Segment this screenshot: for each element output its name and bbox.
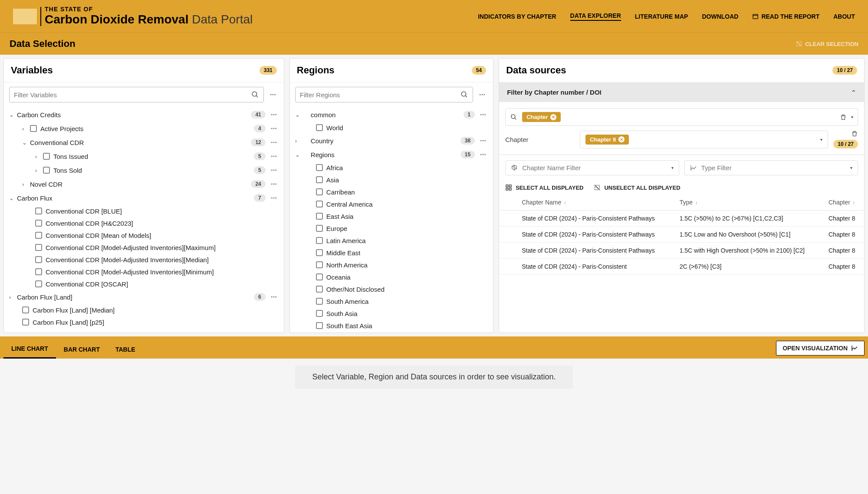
select-all-button[interactable]: SELECT ALL DISPLAYED: [505, 184, 583, 191]
row-more[interactable]: ⋯: [478, 149, 489, 160]
nav-about[interactable]: ABOUT: [833, 13, 855, 20]
tree-item[interactable]: Conventional CDR [Mean of Models]: [4, 229, 284, 241]
variables-search[interactable]: [9, 87, 264, 102]
chevron-down-icon[interactable]: ⌄: [295, 151, 303, 158]
row-more[interactable]: ⋯: [269, 123, 279, 134]
tree-item[interactable]: Middle East: [290, 247, 493, 259]
table-row[interactable]: State of CDR (2024) - Paris-Consistent P…: [499, 227, 864, 243]
table-row[interactable]: State of CDR (2024) - Paris-Consistent P…: [499, 211, 864, 227]
checkbox[interactable]: [30, 125, 37, 132]
logo[interactable]: THE STATE OF Carbon Dioxide Removal Data…: [13, 6, 253, 26]
tree-item[interactable]: Central America: [290, 198, 493, 210]
chevron-right-icon[interactable]: ›: [22, 181, 30, 188]
regions-more-button[interactable]: ⋯: [477, 89, 488, 100]
chevron-right-icon[interactable]: ›: [35, 153, 43, 160]
row-more[interactable]: ⋯: [269, 137, 279, 148]
checkbox[interactable]: [35, 280, 42, 287]
chevron-right-icon[interactable]: ›: [22, 125, 30, 132]
th-chapter-name[interactable]: Chapter Name↑: [516, 194, 674, 211]
checkbox[interactable]: [316, 261, 323, 268]
row-more[interactable]: ⋯: [269, 179, 279, 189]
row-more[interactable]: ⋯: [478, 135, 489, 146]
chevron-right-icon[interactable]: ›: [35, 167, 43, 174]
tree-item[interactable]: Latin America: [290, 234, 493, 247]
checkbox[interactable]: [316, 176, 323, 183]
row-more[interactable]: ⋯: [269, 292, 279, 302]
tree-item[interactable]: South East Asia: [290, 319, 493, 332]
checkbox[interactable]: [316, 201, 323, 207]
tree-item[interactable]: Africa: [290, 161, 493, 174]
checkbox[interactable]: [316, 225, 323, 232]
checkbox[interactable]: [43, 167, 50, 174]
filter-accordion-head[interactable]: Filter by Chapter number / DOI ⌃: [499, 82, 864, 102]
variables-more-button[interactable]: ⋯: [268, 89, 279, 100]
checkbox[interactable]: [316, 310, 323, 317]
chevron-down-icon[interactable]: ⌄: [9, 112, 17, 118]
row-more[interactable]: ⋯: [269, 109, 279, 120]
checkbox[interactable]: [316, 213, 323, 220]
variables-search-input[interactable]: [14, 91, 251, 99]
tree-item-tons-sold[interactable]: ›Tons Sold5⋯: [4, 163, 284, 177]
tree-item[interactable]: Asia: [290, 174, 493, 186]
filter-chip-chapter8[interactable]: Chapter 8✕: [585, 135, 629, 145]
regions-search-input[interactable]: [300, 91, 460, 99]
tree-item[interactable]: Europe: [290, 222, 493, 234]
tree-group-carbon-flux-land[interactable]: ›Carbon Flux [Land]6⋯: [4, 290, 284, 304]
tree-item[interactable]: East Asia: [290, 210, 493, 222]
tree-group-carbon-credits[interactable]: ⌄Carbon Credits41⋯: [4, 108, 284, 122]
chevron-right-icon[interactable]: ›: [295, 138, 303, 144]
tree-group-regions[interactable]: ⌄Regions15⋯: [290, 148, 493, 161]
tree-group-common[interactable]: ⌄common1⋯: [290, 108, 493, 122]
chevron-down-icon[interactable]: ⌄: [295, 112, 303, 118]
table-row[interactable]: State of CDR (2024) - Paris-Consistent P…: [499, 243, 864, 259]
checkbox[interactable]: [316, 164, 323, 171]
dropdown-icon[interactable]: ▾: [851, 115, 853, 119]
tree-item[interactable]: South Asia: [290, 307, 493, 319]
nav-data-explorer[interactable]: DATA EXPLORER: [570, 12, 621, 21]
chevron-down-icon[interactable]: ⌄: [9, 195, 17, 201]
th-type[interactable]: Type↑: [674, 194, 823, 211]
checkbox[interactable]: [316, 298, 323, 305]
type-filter-dropdown[interactable]: Type Filter ▾: [684, 160, 858, 175]
chip-remove-icon[interactable]: ✕: [550, 114, 556, 120]
checkbox[interactable]: [35, 256, 42, 263]
checkbox[interactable]: [22, 319, 29, 326]
tree-group-carbon-flux[interactable]: ⌄Carbon Flux7⋯: [4, 191, 284, 205]
checkbox[interactable]: [316, 124, 323, 131]
dropdown-icon[interactable]: ▾: [820, 137, 822, 142]
table-row[interactable]: State of CDR (2024) - Paris-Consistent2C…: [499, 259, 864, 275]
tree-item[interactable]: South America: [290, 295, 493, 307]
checkbox[interactable]: [316, 188, 323, 195]
chevron-down-icon[interactable]: ⌄: [22, 139, 30, 146]
nav-literature-map[interactable]: LITERATURE MAP: [635, 13, 688, 20]
tree-item[interactable]: Other/Not Disclosed: [290, 283, 493, 295]
checkbox[interactable]: [316, 273, 323, 280]
nav-indicators[interactable]: INDICATORS BY CHAPTER: [478, 13, 556, 20]
checkbox[interactable]: [35, 268, 42, 275]
tree-item[interactable]: Conventional CDR [BLUE]: [4, 205, 284, 217]
tree-item-active-projects[interactable]: ›Active Projects4⋯: [4, 122, 284, 135]
checkbox[interactable]: [35, 207, 42, 214]
unselect-all-button[interactable]: UNSELECT ALL DISPLAYED: [594, 184, 680, 191]
checkbox[interactable]: [316, 322, 323, 329]
tree-item[interactable]: Conventional CDR [Model-Adjusted Invento…: [4, 241, 284, 254]
tree-item[interactable]: Carribean: [290, 186, 493, 198]
tree-item-world[interactable]: World: [290, 122, 493, 134]
tree-item[interactable]: Conventional CDR [H&C2023]: [4, 217, 284, 229]
regions-search[interactable]: [295, 87, 473, 102]
row-more[interactable]: ⋯: [269, 165, 279, 175]
chip-remove-icon[interactable]: ✕: [618, 136, 625, 142]
checkbox[interactable]: [316, 237, 323, 244]
trash-icon[interactable]: [851, 130, 858, 137]
tree-item[interactable]: Conventional CDR [Model-Adjusted Invento…: [4, 266, 284, 278]
trash-icon[interactable]: [840, 114, 847, 121]
tree-item[interactable]: Conventional CDR [OSCAR]: [4, 278, 284, 290]
nav-download[interactable]: DOWNLOAD: [702, 13, 738, 20]
tab-table[interactable]: TABLE: [108, 341, 143, 358]
row-more[interactable]: ⋯: [269, 193, 279, 203]
open-visualization-button[interactable]: OPEN VISUALIZATION: [776, 341, 865, 356]
checkbox[interactable]: [35, 220, 42, 227]
tree-item[interactable]: Oceania: [290, 271, 493, 283]
row-more[interactable]: ⋯: [269, 151, 279, 161]
tab-bar-chart[interactable]: BAR CHART: [56, 341, 108, 358]
